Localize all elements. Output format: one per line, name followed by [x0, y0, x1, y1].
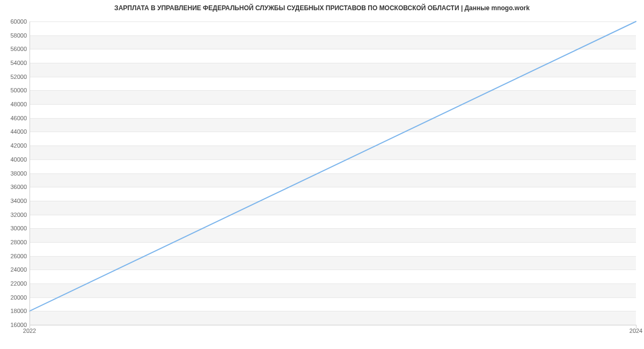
x-axis-line — [30, 325, 636, 325]
plot-area — [30, 21, 636, 325]
y-axis-tick-label: 38000 — [3, 170, 27, 176]
y-axis-tick-label: 36000 — [3, 184, 27, 190]
y-axis-tick-label: 28000 — [3, 239, 27, 245]
x-axis-tick-label: 2024 — [630, 328, 642, 334]
y-axis-tick-label: 20000 — [3, 294, 27, 300]
y-axis-tick-label: 24000 — [3, 267, 27, 273]
y-axis-tick-label: 42000 — [3, 143, 27, 149]
y-axis-tick-label: 32000 — [3, 212, 27, 217]
y-axis-tick-label: 58000 — [3, 32, 27, 38]
y-axis-tick-label: 60000 — [3, 19, 27, 25]
y-axis-tick-label: 56000 — [3, 46, 27, 52]
chart-title: ЗАРПЛАТА В УПРАВЛЕНИЕ ФЕДЕРАЛЬНОЙ СЛУЖБЫ… — [0, 4, 644, 12]
y-axis-tick-label: 40000 — [3, 156, 27, 162]
y-axis-tick-label: 50000 — [3, 88, 27, 93]
y-axis-tick-label: 26000 — [3, 253, 27, 259]
series-line — [30, 21, 636, 311]
y-axis-tick-label: 34000 — [3, 198, 27, 203]
y-axis-tick-label: 54000 — [3, 60, 27, 66]
y-axis-tick-label: 48000 — [3, 101, 27, 107]
line-layer — [30, 21, 636, 325]
chart-container: ЗАРПЛАТА В УПРАВЛЕНИЕ ФЕДЕРАЛЬНОЙ СЛУЖБЫ… — [0, 0, 644, 349]
y-axis-line — [30, 21, 30, 325]
y-axis-tick-label: 18000 — [3, 308, 27, 314]
y-axis-tick-label: 16000 — [3, 322, 27, 328]
y-axis-tick-label: 22000 — [3, 280, 27, 286]
x-axis-tick-label: 2022 — [23, 328, 36, 334]
y-axis-tick-label: 46000 — [3, 115, 27, 121]
y-axis-tick-label: 30000 — [3, 226, 27, 231]
y-axis-tick-label: 52000 — [3, 74, 27, 79]
y-axis-tick-label: 44000 — [3, 129, 27, 135]
